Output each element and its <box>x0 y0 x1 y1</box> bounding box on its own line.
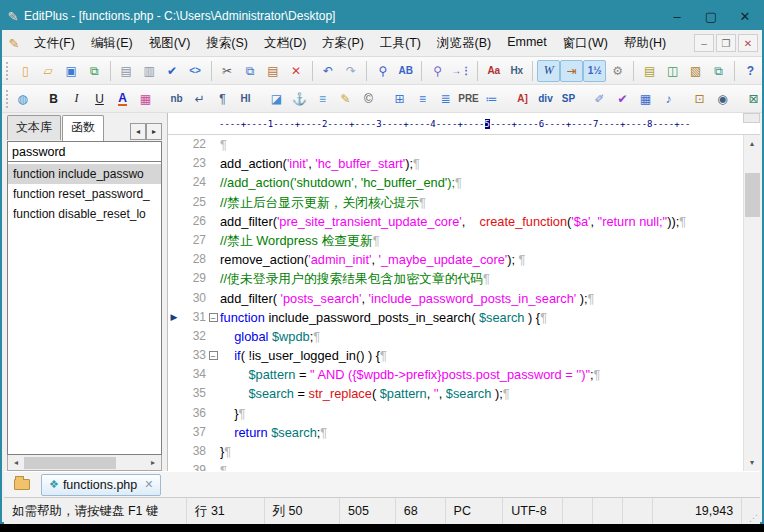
anchor-button[interactable]: ⚓ <box>288 88 311 110</box>
fold-toggle[interactable]: – <box>206 346 220 365</box>
folder-icon[interactable] <box>9 474 35 495</box>
fold-toggle[interactable]: – <box>206 308 220 327</box>
text-editor[interactable]: 22¶23add_action('init', 'hc_buffer_start… <box>168 135 760 471</box>
document-tab-functions-php[interactable]: ❖ functions.php ✕ <box>41 474 161 496</box>
font-color-button[interactable]: A <box>111 88 134 110</box>
mdi-close-icon[interactable]: ✕ <box>738 34 758 52</box>
font-tag-button[interactable]: A] <box>511 88 534 110</box>
find-in-files-button[interactable]: ⚲ <box>426 60 449 82</box>
print-preview-button[interactable]: ▤ <box>115 60 138 82</box>
color-picker-button[interactable]: ▦ <box>134 88 157 110</box>
context-help-button[interactable]: ? <box>739 60 762 82</box>
fold-collapse-icon[interactable]: – <box>209 351 218 360</box>
new-file-button[interactable]: ▯ <box>14 60 37 82</box>
table-button[interactable]: ⊞ <box>388 88 411 110</box>
bold-button[interactable]: B <box>42 88 65 110</box>
save-file-button[interactable]: ▣ <box>60 60 83 82</box>
change-case-button[interactable]: Aa <box>482 60 505 82</box>
menu-document[interactable]: 文档(D) <box>256 31 314 56</box>
script-editor-button[interactable]: ✐ <box>588 88 611 110</box>
redo-button[interactable]: ↷ <box>339 60 362 82</box>
function-filter-input[interactable] <box>7 141 162 162</box>
object-tag-button[interactable]: ⊠ <box>742 88 764 110</box>
sidebar-horizontal-scrollbar[interactable]: ◂ ▸ <box>7 455 162 471</box>
menu-tools[interactable]: 工具(T) <box>372 31 429 56</box>
menu-edit[interactable]: 编辑(E) <box>83 31 141 56</box>
tab-scroll-right-icon[interactable]: ▸ <box>146 123 162 140</box>
align-left-button[interactable]: ≡ <box>411 88 434 110</box>
word-wrap-button[interactable]: W <box>537 60 560 82</box>
mdi-minimize-icon[interactable]: – <box>694 34 714 52</box>
align-center-button[interactable]: ≣ <box>434 88 457 110</box>
directory-window-button[interactable]: ◫ <box>661 60 684 82</box>
document-list-button[interactable]: ▤ <box>638 60 661 82</box>
bullet-list-button[interactable]: ≔ <box>480 88 503 110</box>
italic-button[interactable]: I <box>65 88 88 110</box>
split-handle[interactable] <box>743 113 760 123</box>
fold-collapse-icon[interactable]: – <box>209 313 218 322</box>
toolbar-grip[interactable] <box>6 62 11 80</box>
menu-project[interactable]: 方案(P) <box>314 31 372 56</box>
scroll-up-icon[interactable]: ▴ <box>744 135 760 152</box>
scroll-down-icon[interactable]: ▾ <box>744 454 760 471</box>
function-list-item[interactable]: function include_passwo <box>8 164 161 184</box>
scroll-right-icon[interactable]: ▸ <box>145 456 161 470</box>
paste-button[interactable]: ▤ <box>262 60 285 82</box>
minimize-icon[interactable]: – <box>660 2 694 30</box>
close-icon[interactable]: ✕ <box>728 2 762 30</box>
menu-emmet[interactable]: Emmet <box>499 31 555 56</box>
syntax-check-button[interactable]: ✔ <box>611 88 634 110</box>
vertical-scrollbar[interactable]: ▴ ▾ <box>743 135 760 471</box>
scrollbar-thumb[interactable] <box>745 173 760 217</box>
memo-button[interactable]: ✎ <box>334 88 357 110</box>
scroll-left-icon[interactable]: ◂ <box>8 456 24 470</box>
hex-viewer-button[interactable]: Hx <box>505 60 528 82</box>
copyright-button[interactable]: © <box>357 88 380 110</box>
save-all-button[interactable]: ⧉ <box>83 60 106 82</box>
copy-button[interactable]: ⧉ <box>239 60 262 82</box>
maximize-icon[interactable]: ▢ <box>694 2 728 30</box>
undo-button[interactable]: ↶ <box>316 60 339 82</box>
menu-window[interactable]: 窗口(W) <box>555 31 616 56</box>
cut-button[interactable]: ✂ <box>216 60 239 82</box>
replace-button[interactable]: AB <box>394 60 417 82</box>
menu-browser[interactable]: 浏览器(B) <box>429 31 499 56</box>
non-breaking-space-button[interactable]: nb <box>165 88 188 110</box>
form-fields-button[interactable]: ⊡ <box>688 88 711 110</box>
menu-help[interactable]: 帮助(H) <box>616 31 674 56</box>
div-tag-button[interactable]: div <box>534 88 557 110</box>
heading-button[interactable]: HI <box>234 88 257 110</box>
sidebar-tab-functions[interactable]: 函数 <box>62 115 104 141</box>
browser-pane-button[interactable]: ▧ <box>684 60 707 82</box>
print-button[interactable]: ▥ <box>138 60 161 82</box>
function-list-item[interactable]: function reset_password_ <box>8 184 161 204</box>
menu-view[interactable]: 视图(V) <box>141 31 199 56</box>
insert-music-button[interactable]: ♪ <box>657 88 680 110</box>
insert-media-button[interactable]: ▦ <box>634 88 657 110</box>
tab-scroll-left-icon[interactable]: ◂ <box>130 123 146 140</box>
new-browser-window-button[interactable]: ⧉ <box>707 60 730 82</box>
mdi-restore-icon[interactable]: ❐ <box>716 34 736 52</box>
underline-button[interactable]: U <box>88 88 111 110</box>
tab-close-icon[interactable]: ✕ <box>144 478 153 491</box>
line-numbers-button[interactable]: 1½ <box>583 60 606 82</box>
auto-indent-button[interactable]: ⇥ <box>560 60 583 82</box>
menu-file[interactable]: 文件(F) <box>26 31 83 56</box>
paragraph-button[interactable]: ¶ <box>211 88 234 110</box>
resize-grip-icon[interactable]: ⋰ <box>742 498 760 524</box>
sidebar-tab-cliptext[interactable]: 文本库 <box>7 115 61 140</box>
option-fields-button[interactable]: ◉ <box>711 88 734 110</box>
preferences-button[interactable]: ⚙ <box>606 60 629 82</box>
delete-button[interactable]: ✕ <box>285 60 308 82</box>
function-list-item[interactable]: function disable_reset_lo <box>8 204 161 224</box>
menu-search[interactable]: 搜索(S) <box>198 31 256 56</box>
find-button[interactable]: ⚲ <box>371 60 394 82</box>
line-break-button[interactable]: ↵ <box>188 88 211 110</box>
toolbar-grip[interactable] <box>6 90 8 108</box>
view-in-browser-button[interactable]: ◍ <box>11 88 34 110</box>
insert-image-button[interactable]: ◪ <box>265 88 288 110</box>
scrollbar-thumb[interactable] <box>24 457 116 469</box>
span-tag-button[interactable]: SP <box>557 88 580 110</box>
spell-check-button[interactable]: ✔ <box>161 60 184 82</box>
go-to-line-button[interactable]: →⋮ <box>449 60 473 82</box>
